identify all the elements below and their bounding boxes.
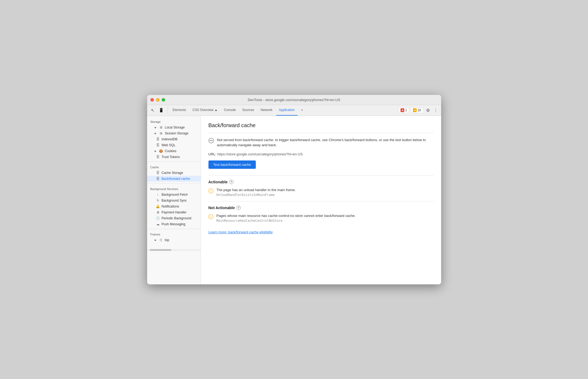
sidebar-label-indexeddb: IndexedDB (162, 137, 178, 141)
no-entry-icon (208, 138, 214, 143)
bg-fetch-icon: ↕ (156, 193, 160, 196)
sidebar-label-session-storage: Session Storage (165, 131, 189, 135)
minimize-button[interactable] (156, 98, 160, 102)
sidebar: Storage ▶ ⊞ Local Storage ▶ ⊞ Session St… (147, 116, 201, 284)
url-label: URL: (208, 152, 217, 156)
warning-count: 10 (417, 108, 421, 112)
tab-network[interactable]: Network (258, 105, 275, 116)
indexeddb-icon: 🗄 (156, 137, 160, 141)
sidebar-item-top-frame[interactable]: ▶ 🗋 top (147, 237, 201, 243)
panel-divider-1 (208, 133, 434, 133)
error-count: 1 (405, 108, 407, 112)
url-row: URL: https://store.google.com/us/categor… (208, 152, 434, 156)
sidebar-scrollbar-thumb[interactable] (150, 249, 171, 251)
sidebar-label-bg-sync: Background Sync (162, 199, 187, 202)
sidebar-item-notifications[interactable]: 🔔 Notifications (147, 203, 201, 209)
warning-icon: ✕ (413, 108, 417, 112)
svg-text:!: ! (210, 215, 211, 218)
divider-1 (147, 162, 201, 162)
push-messaging-icon: ☁ (156, 222, 160, 226)
not-actionable-heading: Not Actionable ? (208, 206, 434, 210)
warning-icon-1: ! (208, 188, 213, 193)
traffic-lights (150, 98, 165, 102)
sidebar-label-notifications: Notifications (162, 205, 179, 208)
toolbar-right: ✕ 1 ✕ 10 ⚙ ⋮ (398, 107, 439, 114)
bg-services-section-label: Background Services (147, 185, 201, 192)
actionable-label: Actionable (208, 180, 228, 184)
storage-section-label: Storage (147, 118, 201, 124)
actionable-item-1: ! The page has an unload handler in the … (208, 188, 434, 197)
back-forward-cache-icon: 🗄 (156, 177, 160, 181)
sidebar-label-trust-tokens: Trust Tokens (162, 155, 180, 159)
divider-3 (147, 229, 201, 229)
tab-more[interactable]: » (299, 105, 306, 116)
sidebar-item-web-sql[interactable]: 🗄 Web SQL (147, 142, 201, 148)
settings-button[interactable]: ⚙ (425, 107, 431, 114)
tab-elements[interactable]: Elements (170, 105, 189, 116)
sidebar-item-push-messaging[interactable]: ☁ Push Messaging (147, 221, 201, 227)
maximize-button[interactable] (162, 98, 165, 102)
toolbar: ↖ 📱 Elements CSS Overview ▲ Console Sour… (147, 105, 441, 116)
content-panel: Back/forward cache Not served from back/… (201, 116, 441, 284)
tab-console[interactable]: Console (221, 105, 239, 116)
sidebar-scrollbar-track (147, 249, 201, 251)
more-options-button[interactable]: ⋮ (433, 107, 439, 114)
actionable-item-message-1: The page has an unload handler in the ma… (217, 188, 296, 192)
sidebar-item-back-forward-cache[interactable]: 🗄 Back/forward cache (147, 176, 201, 182)
test-bfcache-button[interactable]: Test back/forward cache (208, 160, 256, 169)
sidebar-item-trust-tokens[interactable]: 🗄 Trust Tokens (147, 154, 201, 160)
not-actionable-help-icon[interactable]: ? (236, 206, 241, 210)
device-toolbar-button[interactable]: 📱 (157, 107, 165, 114)
sidebar-label-web-sql: Web SQL (162, 143, 176, 147)
actionable-help-icon[interactable]: ? (229, 180, 233, 184)
url-value: https://store.google.com/us/category/pho… (217, 152, 303, 156)
info-box: Not served from back/forward cache: to t… (208, 137, 434, 148)
tab-css-overview[interactable]: CSS Overview ▲ (190, 105, 220, 116)
sidebar-label-bg-fetch: Background Fetch (162, 193, 188, 196)
not-actionable-item-message-1: Pages whose main resource has cache-cont… (217, 214, 356, 218)
tab-sources[interactable]: Sources (240, 105, 257, 116)
sidebar-item-periodic-bg[interactable]: 🕐 Periodic Background (147, 215, 201, 221)
session-storage-icon: ⊞ (159, 131, 163, 135)
warning-badge[interactable]: ✕ 10 (411, 108, 423, 113)
actionable-item-content-1: The page has an unload handler in the ma… (217, 188, 296, 197)
notifications-icon: 🔔 (156, 205, 160, 208)
main-content: Storage ▶ ⊞ Local Storage ▶ ⊞ Session St… (147, 116, 441, 284)
sidebar-label-push-messaging: Push Messaging (162, 222, 186, 226)
sidebar-label-back-forward-cache: Back/forward cache (162, 177, 190, 181)
divider-2 (147, 183, 201, 184)
sidebar-item-local-storage[interactable]: ▶ ⊞ Local Storage (147, 124, 201, 130)
expand-arrow-session-storage: ▶ (155, 132, 157, 135)
local-storage-icon: ⊞ (159, 126, 163, 129)
cursor-tool-button[interactable]: ↖ (149, 107, 156, 114)
cookies-icon: 🍪 (159, 149, 163, 153)
error-badge[interactable]: ✕ 1 (398, 108, 409, 113)
titlebar: DevTools - store.google.com/us/category/… (147, 95, 441, 105)
sidebar-item-cookies[interactable]: ▶ 🍪 Cookies (147, 148, 201, 154)
learn-more-link[interactable]: Learn more: back/forward cache eligibili… (208, 230, 273, 234)
tab-application[interactable]: Application (276, 105, 297, 116)
cache-section-label: Cache (147, 163, 201, 170)
svg-text:!: ! (210, 189, 211, 192)
panel-divider-2 (208, 175, 434, 176)
payment-handler-icon: 🖥 (156, 210, 160, 214)
page-title: Back/forward cache (208, 122, 434, 128)
devtools-window: DevTools - store.google.com/us/category/… (147, 95, 441, 284)
sidebar-label-periodic-bg: Periodic Background (162, 216, 192, 220)
sidebar-label-local-storage: Local Storage (165, 126, 185, 129)
sidebar-item-indexeddb[interactable]: 🗄 IndexedDB (147, 136, 201, 142)
sidebar-label-payment-handler: Payment Handler (162, 210, 187, 214)
expand-arrow-top-frame: ▶ (155, 239, 157, 241)
info-message: Not served from back/forward cache: to t… (217, 137, 434, 148)
top-frame-icon: 🗋 (159, 238, 163, 242)
sidebar-item-session-storage[interactable]: ▶ ⊞ Session Storage (147, 130, 201, 136)
cache-storage-icon: 🗄 (156, 171, 160, 175)
not-actionable-item-code-1: MainResourceHasCacheControlNoStore (217, 219, 356, 223)
close-button[interactable] (150, 98, 154, 102)
periodic-bg-icon: 🕐 (156, 216, 160, 220)
sidebar-item-bg-sync[interactable]: ↻ Background Sync (147, 198, 201, 203)
sidebar-item-bg-fetch[interactable]: ↕ Background Fetch (147, 192, 201, 198)
sidebar-item-cache-storage[interactable]: 🗄 Cache Storage (147, 170, 201, 176)
sidebar-label-cache-storage: Cache Storage (162, 171, 183, 175)
sidebar-item-payment-handler[interactable]: 🖥 Payment Handler (147, 209, 201, 215)
